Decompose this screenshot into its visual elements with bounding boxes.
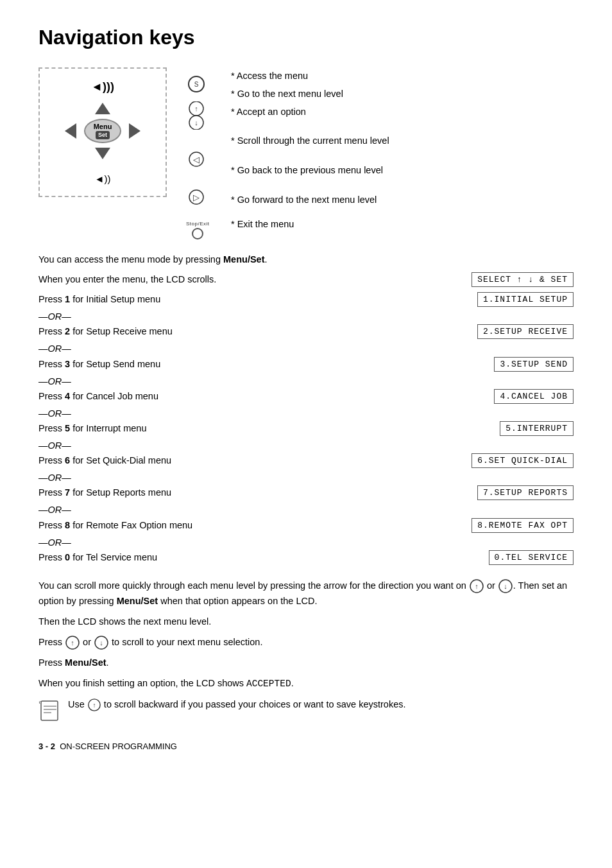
desc-scroll: * Scroll through the current menu level <box>231 132 389 150</box>
desc-accept-option: * Accept an option <box>231 103 389 121</box>
menu-item-0-right: 0.TEL SERVICE <box>439 550 574 566</box>
lcd-2: 2.SETUP RECEIVE <box>477 324 574 339</box>
svg-text:↓: ↓ <box>504 582 507 590</box>
back-icon: ◁ <box>186 150 207 170</box>
menu-item-0: Press 0 for Tel Service menu 0.TEL SERVI… <box>38 550 574 566</box>
lcd-4: 4.CANCEL JOB <box>494 389 574 404</box>
or-4: —OR— <box>38 406 574 421</box>
nav-cross: Menu Set <box>58 99 148 163</box>
svg-text:↓: ↓ <box>99 639 103 647</box>
lcd-select-box: SELECT ↑ ↓ & SET <box>439 272 574 288</box>
menu-item-4: Press 4 for Cancel Job menu 4.CANCEL JOB <box>38 389 574 405</box>
footer: 3 - 2 ON-SCREEN PROGRAMMING <box>38 742 574 751</box>
svg-text:↓: ↓ <box>194 119 198 126</box>
menu-item-5: Press 5 for Interrupt menu 5.INTERRUPT <box>38 421 574 437</box>
menu-item-7: Press 7 for Setup Reports menu 7.SETUP R… <box>38 485 574 501</box>
or-8: —OR— <box>38 535 574 550</box>
bottom-para1: You can scroll more quickly through each… <box>38 578 574 609</box>
menu-item-6-left: Press 6 for Set Quick-Dial menu <box>38 453 439 468</box>
menu-item-6: Press 6 for Set Quick-Dial menu 6.SET QU… <box>38 453 574 469</box>
intro-text1: You can access the menu mode by pressing <box>38 254 223 265</box>
volume-top-icon: ◄))) <box>91 80 114 94</box>
menu-item-3-right: 3.SETUP SEND <box>439 357 574 373</box>
menu-item-6-right: 6.SET QUICK-DIAL <box>439 453 574 469</box>
page-title: Navigation keys <box>38 26 574 49</box>
intro-row2: When you enter the menu, the LCD scrolls… <box>38 272 574 288</box>
intro-text2: When you enter the menu, the LCD scrolls… <box>38 272 439 287</box>
desc-forward: * Go forward to the next menu level <box>231 191 389 209</box>
menu-item-5-left: Press 5 for Interrupt menu <box>38 421 439 436</box>
bottom-para5: When you finish setting an option, the L… <box>38 676 574 692</box>
lcd-7: 7.SETUP REPORTS <box>477 485 574 500</box>
menu-item-7-right: 7.SETUP REPORTS <box>439 485 574 501</box>
or-6: —OR— <box>38 471 574 485</box>
svg-text:↑: ↑ <box>475 582 479 590</box>
desc-exit: * Exit the menu <box>231 216 389 234</box>
svg-text:↑: ↑ <box>194 105 198 112</box>
svg-text:S: S <box>194 81 199 88</box>
menu-item-0-left: Press 0 for Tel Service menu <box>38 550 439 565</box>
footer-label: ON-SCREEN PROGRAMMING <box>60 742 177 751</box>
nav-center-label: Menu <box>94 123 112 131</box>
menu-item-8-right: 8.REMOTE FAX OPT <box>439 518 574 534</box>
menu-item-3: Press 3 for Setup Send menu 3.SETUP SEND <box>38 357 574 373</box>
desc-back: * Go back to the previous menu level <box>231 162 389 180</box>
note-text: Use ↑ to scroll backward if you passed y… <box>68 697 406 712</box>
nav-right-arrow <box>129 123 140 139</box>
bottom-para4: Press Menu/Set. <box>38 655 574 671</box>
nav-set-label: Set <box>96 131 110 139</box>
menu-item-4-right: 4.CANCEL JOB <box>439 389 574 405</box>
or-3: —OR— <box>38 374 574 389</box>
lcd-8: 8.REMOTE FAX OPT <box>472 518 574 533</box>
note-box: Use ↑ to scroll backward if you passed y… <box>38 697 574 726</box>
forward-icon: ▷ <box>186 188 207 208</box>
footer-num: 3 - 2 <box>38 742 55 751</box>
menu-item-1: Press 1 for Initial Setup menu 1.INITIAL… <box>38 292 574 308</box>
nav-left-arrow <box>65 123 76 139</box>
menu-item-1-right: 1.INITIAL SETUP <box>439 292 574 308</box>
desc-next-level: * Go to the next menu level <box>231 85 389 103</box>
svg-text:↑: ↑ <box>92 702 96 709</box>
desc-access-menu: * Access the menu <box>231 67 389 85</box>
lcd-1: 1.INITIAL SETUP <box>477 292 574 307</box>
lcd-3: 3.SETUP SEND <box>494 357 574 372</box>
intro-bold1: Menu/Set <box>223 254 264 265</box>
lcd-6: 6.SET QUICK-DIAL <box>472 453 574 468</box>
bottom-para2: Then the LCD shows the next menu level. <box>38 614 574 630</box>
descriptions-column: * Access the menu * Go to the next menu … <box>231 67 389 233</box>
nav-down-arrow <box>95 148 110 159</box>
intro-text1-end: . <box>264 254 267 265</box>
svg-text:↑: ↑ <box>71 639 74 647</box>
diagram-section: ◄))) Menu Set ◄)) S <box>38 67 574 239</box>
menu-item-3-left: Press 3 for Setup Send menu <box>38 357 439 372</box>
menu-set-icon: S <box>186 75 207 95</box>
menu-item-8-left: Press 8 for Remote Fax Option menu <box>38 518 439 533</box>
menu-items-list: Press 1 for Initial Setup menu 1.INITIAL… <box>38 292 574 566</box>
menu-item-1-left: Press 1 for Initial Setup menu <box>38 292 439 307</box>
stop-exit-icon: Stop/Exit <box>186 221 210 239</box>
or-2: —OR— <box>38 342 574 356</box>
note-icon <box>38 699 62 726</box>
svg-text:▷: ▷ <box>193 193 200 202</box>
lcd-0: 0.TEL SERVICE <box>489 550 574 565</box>
nav-center-button[interactable]: Menu Set <box>84 119 121 143</box>
nav-up-arrow <box>95 103 110 114</box>
menu-item-5-right: 5.INTERRUPT <box>439 421 574 437</box>
bottom-para3: Press ↑ or ↓ to scroll to your next menu… <box>38 635 574 650</box>
menu-item-2-left: Press 2 for Setup Receive menu <box>38 324 439 339</box>
lcd-5: 5.INTERRUPT <box>500 421 574 436</box>
or-1: —OR— <box>38 309 574 324</box>
or-7: —OR— <box>38 503 574 517</box>
menu-item-2-right: 2.SETUP RECEIVE <box>439 324 574 340</box>
menu-item-7-left: Press 7 for Setup Reports menu <box>38 485 439 500</box>
keypad-diagram: ◄))) Menu Set ◄)) <box>38 67 167 197</box>
scroll-icon: ↑ ↓ <box>186 101 207 130</box>
svg-rect-18 <box>41 701 58 720</box>
intro-para1: You can access the menu mode by pressing… <box>38 252 574 267</box>
or-5: —OR— <box>38 438 574 453</box>
icons-column: S ↑ ↓ ◁ ▷ Stop/Ex <box>186 70 218 239</box>
lcd-select: SELECT ↑ ↓ & SET <box>472 272 574 287</box>
volume-bottom-icon: ◄)) <box>95 173 111 184</box>
svg-text:◁: ◁ <box>193 155 200 164</box>
menu-item-8: Press 8 for Remote Fax Option menu 8.REM… <box>38 518 574 534</box>
